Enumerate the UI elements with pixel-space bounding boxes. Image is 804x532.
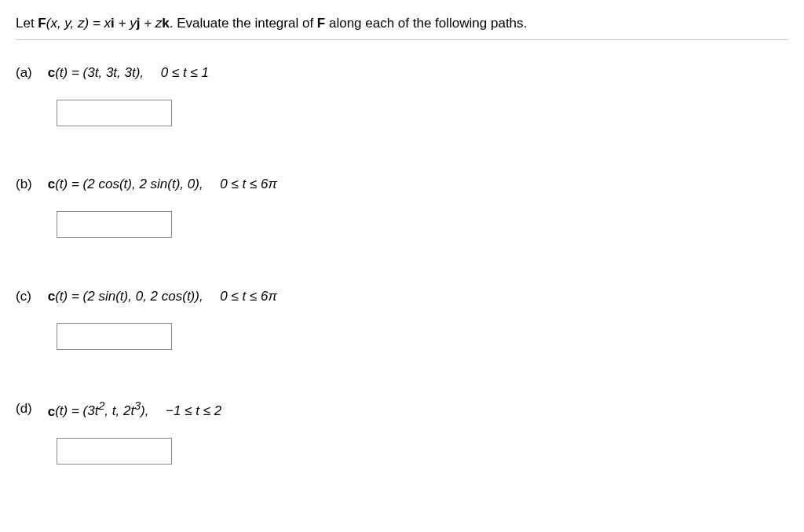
intro-tail: along each of the following paths. bbox=[325, 16, 527, 31]
part-b-label: (b) bbox=[16, 175, 44, 194]
part-b-question: (b) c(t) = (2 cos(t), 2 sin(t), 0), 0 ≤ … bbox=[16, 175, 788, 194]
part-a-expr: (t) = (3t, 3t, 3t), 0 ≤ t ≤ 1 bbox=[55, 65, 209, 80]
part-a-question: (a) c(t) = (3t, 3t, 3t), 0 ≤ t ≤ 1 bbox=[16, 64, 788, 82]
part-c-question: (c) c(t) = (2 sin(t), 0, 2 cos(t)), 0 ≤ … bbox=[16, 287, 788, 306]
part-a: (a) c(t) = (3t, 3t, 3t), 0 ≤ t ≤ 1 bbox=[16, 64, 788, 132]
d-t3: ), −1 ≤ t ≤ 2 bbox=[141, 403, 221, 418]
answer-input-d[interactable] bbox=[57, 438, 172, 465]
unit-k: k bbox=[162, 16, 169, 31]
intro-args: (x, y, z) = x bbox=[46, 16, 111, 31]
vector-F2: F bbox=[317, 16, 325, 31]
vector-F: F bbox=[38, 16, 46, 31]
d-t2: , t, 2t bbox=[104, 403, 134, 418]
intro-text: Let bbox=[16, 16, 38, 31]
question-intro: Let F(x, y, z) = xi + yj + zk. Evaluate … bbox=[16, 14, 788, 40]
part-b-expr: (t) = (2 cos(t), 2 sin(t), 0), 0 ≤ t ≤ 6… bbox=[55, 177, 277, 191]
part-b: (b) c(t) = (2 cos(t), 2 sin(t), 0), 0 ≤ … bbox=[16, 175, 788, 243]
intro-post: . Evaluate the integral of bbox=[170, 16, 317, 31]
part-a-label: (a) bbox=[16, 64, 44, 82]
curve-c: c bbox=[48, 65, 55, 80]
intro-plus2: + z bbox=[140, 16, 162, 31]
curve-c: c bbox=[48, 289, 55, 304]
intro-plus1: + y bbox=[115, 16, 137, 31]
part-c-expr: (t) = (2 sin(t), 0, 2 cos(t)), 0 ≤ t ≤ 6… bbox=[55, 289, 277, 304]
part-d-expr: (t) = (3t2, t, 2t3), −1 ≤ t ≤ 2 bbox=[55, 403, 221, 418]
part-c: (c) c(t) = (2 sin(t), 0, 2 cos(t)), 0 ≤ … bbox=[16, 287, 788, 355]
part-d-question: (d) c(t) = (3t2, t, 2t3), −1 ≤ t ≤ 2 bbox=[16, 399, 788, 421]
curve-c: c bbox=[48, 403, 55, 418]
d-sup2: 3 bbox=[134, 400, 141, 413]
part-d: (d) c(t) = (3t2, t, 2t3), −1 ≤ t ≤ 2 bbox=[16, 399, 788, 470]
d-t1: (t) = (3t bbox=[55, 403, 98, 418]
answer-input-c[interactable] bbox=[57, 323, 172, 350]
part-d-label: (d) bbox=[16, 399, 44, 418]
curve-c: c bbox=[48, 177, 55, 191]
answer-input-a[interactable] bbox=[57, 100, 172, 126]
part-c-label: (c) bbox=[16, 287, 44, 306]
answer-input-b[interactable] bbox=[57, 211, 172, 238]
